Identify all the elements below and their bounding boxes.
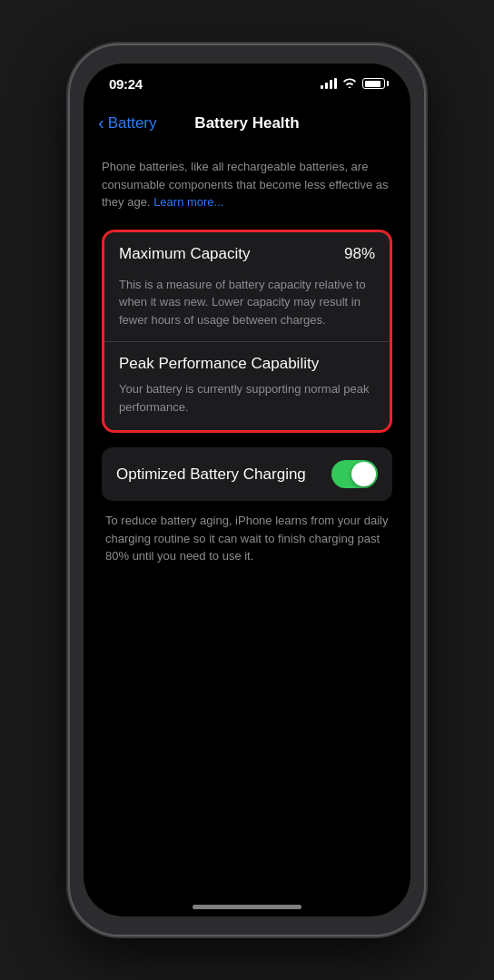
notch [188,64,306,91]
signal-bars-icon [321,78,337,89]
status-bar: 09:24 [84,64,410,103]
charging-info-text: To reduce battery aging, iPhone learns f… [102,512,392,565]
nav-header: ‹ Battery Battery Health [84,103,410,143]
max-capacity-row: Maximum Capacity 98% [104,232,390,276]
back-button[interactable]: ‹ Battery [98,113,157,133]
back-chevron-icon: ‹ [98,113,104,133]
max-capacity-description: This is a measure of battery capacity re… [104,276,390,342]
page-title: Battery Health [194,114,299,132]
capacity-peak-card: Maximum Capacity 98% This is a measure o… [102,230,392,434]
toggle-thumb [351,462,376,486]
optimized-charging-toggle[interactable] [331,460,378,488]
content-area: Phone batteries, like all rechargeable b… [84,143,410,580]
phone-device: 09:24 ‹ [70,45,424,935]
optimized-charging-row: Optimized Battery Charging [102,447,392,501]
status-icons [321,77,385,91]
max-capacity-label: Maximum Capacity [119,245,251,263]
learn-more-link[interactable]: Learn more... [153,195,223,209]
phone-screen: 09:24 ‹ [84,64,410,916]
status-time: 09:24 [109,76,143,92]
peak-performance-section: Peak Performance Capability Your battery… [104,342,390,430]
peak-performance-description: Your battery is currently supporting nor… [119,380,375,425]
battery-status-icon [362,78,385,89]
optimized-charging-label: Optimized Battery Charging [116,466,306,484]
intro-paragraph: Phone batteries, like all rechargeable b… [102,158,392,211]
back-label: Battery [108,114,157,132]
intro-text: Phone batteries, like all rechargeable b… [102,160,389,209]
home-indicator [193,905,301,909]
wifi-icon [342,77,357,91]
max-capacity-value: 98% [344,245,375,263]
peak-performance-label: Peak Performance Capability [119,355,375,373]
